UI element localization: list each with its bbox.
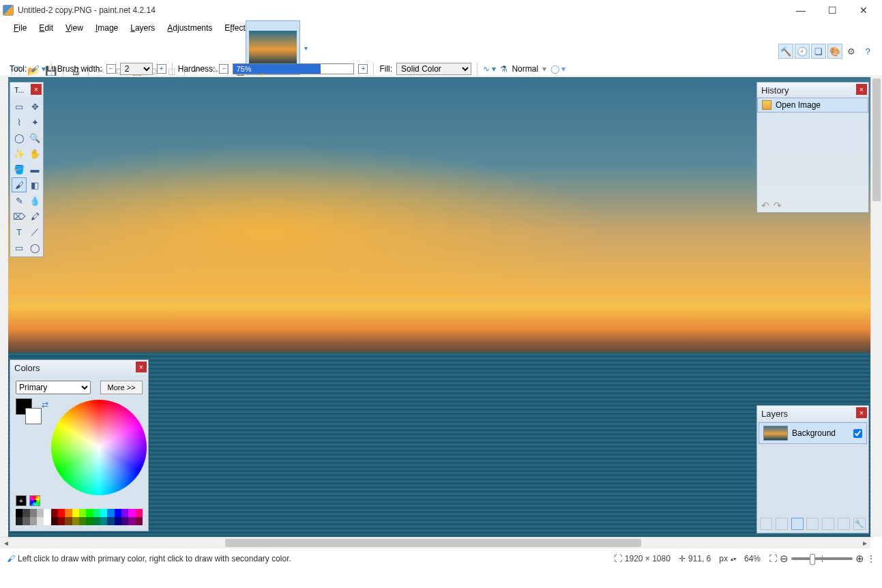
layer-row[interactable]: Background xyxy=(759,422,867,444)
color-palette[interactable] xyxy=(16,509,143,525)
tool-move-selection[interactable]: ✦ xyxy=(27,115,42,130)
merge-down-icon[interactable] xyxy=(806,518,819,530)
palette-swatch[interactable] xyxy=(79,509,86,517)
tool-zoom[interactable]: 🔍 xyxy=(27,130,42,145)
color-wheel[interactable] xyxy=(51,400,147,495)
history-panel-close[interactable]: × xyxy=(856,84,867,95)
colors-window-icon[interactable]: 🎨 xyxy=(827,44,842,59)
hardness-slider[interactable]: 75% xyxy=(233,63,354,74)
palette-swatch[interactable] xyxy=(30,509,37,517)
tool-paintbrush[interactable]: 🖌 xyxy=(12,177,27,192)
tools-window-icon[interactable]: 🔨 xyxy=(778,44,793,59)
tool-magic-wand[interactable]: ✨ xyxy=(12,146,27,161)
palette-swatch[interactable] xyxy=(65,509,72,517)
settings-icon[interactable]: ⚙ xyxy=(844,44,859,59)
palette-swatch[interactable] xyxy=(37,509,44,517)
thumbnail-dropdown-icon[interactable]: ▾ xyxy=(304,44,308,52)
palette-swatch[interactable] xyxy=(23,517,29,525)
palette-swatch[interactable] xyxy=(51,517,58,525)
palette-swatch[interactable] xyxy=(30,517,37,525)
tool-pencil[interactable]: ✎ xyxy=(12,193,27,208)
palette-swatch[interactable] xyxy=(100,509,107,517)
tool-ellipse-shape[interactable]: ◯ xyxy=(27,240,42,255)
palette-swatch[interactable] xyxy=(136,517,143,525)
menu-view[interactable]: View xyxy=(60,22,89,34)
palette-swatch[interactable] xyxy=(72,517,79,525)
scroll-right-icon[interactable]: ▸ xyxy=(859,538,870,548)
blend-icon[interactable]: ⚗ xyxy=(500,64,508,74)
move-down-icon[interactable] xyxy=(838,518,850,530)
palette-swatch[interactable] xyxy=(136,509,143,517)
palette-swatch[interactable] xyxy=(128,509,135,517)
brush-width-decrease[interactable]: − xyxy=(106,64,116,74)
add-layer-icon[interactable] xyxy=(760,518,772,530)
delete-layer-icon[interactable] xyxy=(776,518,788,530)
palette-swatch[interactable] xyxy=(79,517,86,525)
menu-image[interactable]: Image xyxy=(90,22,123,34)
menu-file[interactable]: File xyxy=(8,22,32,34)
palette-swatch[interactable] xyxy=(16,517,23,525)
menu-edit[interactable]: Edit xyxy=(33,22,59,34)
palette-swatch[interactable] xyxy=(65,517,72,525)
brush-width-increase[interactable]: + xyxy=(157,64,166,74)
menu-layers[interactable]: Layers xyxy=(125,22,160,34)
layers-panel-close[interactable]: × xyxy=(856,407,867,418)
antialias-icon[interactable]: ∿ ▾ xyxy=(483,64,496,74)
blend-dropdown-icon[interactable]: ▾ xyxy=(542,64,546,74)
history-window-icon[interactable]: 🕘 xyxy=(795,44,810,59)
layers-window-icon[interactable]: ❏ xyxy=(811,44,826,59)
palette-swatch[interactable] xyxy=(115,517,121,525)
hardness-increase[interactable]: + xyxy=(358,64,368,74)
maximize-button[interactable]: ☐ xyxy=(817,0,848,20)
vertical-scrollbar[interactable] xyxy=(870,77,882,537)
help-icon[interactable]: ? xyxy=(860,44,875,59)
palette-swatch[interactable] xyxy=(58,509,65,517)
selection-mode-icon[interactable]: ◯ ▾ xyxy=(550,64,565,74)
palette-swatch[interactable] xyxy=(23,509,29,517)
zoom-slider[interactable] xyxy=(791,557,853,560)
more-button[interactable]: More >> xyxy=(100,381,143,394)
tool-pan[interactable]: ✋ xyxy=(27,146,42,161)
tool-color-picker[interactable]: 💧 xyxy=(27,193,42,208)
secondary-color-swatch[interactable] xyxy=(25,408,42,424)
tool-recolor[interactable]: 🖍 xyxy=(27,209,42,224)
tool-move-selected[interactable]: ✥ xyxy=(27,99,42,114)
history-undo-icon[interactable]: ↶ xyxy=(761,200,769,211)
unit-selector[interactable]: px▴▾ xyxy=(719,554,736,563)
palette-swatch[interactable] xyxy=(100,517,107,525)
actual-size-icon[interactable]: ⋮ xyxy=(867,554,875,563)
tool-rectangle-select[interactable]: ▭ xyxy=(12,99,27,114)
tool-gradient[interactable]: ▬ xyxy=(27,162,42,177)
palette-swatch[interactable] xyxy=(51,509,58,517)
tool-paint-bucket[interactable]: 🪣 xyxy=(12,162,27,177)
palette-swatch[interactable] xyxy=(58,517,65,525)
scroll-left-icon[interactable]: ◂ xyxy=(0,538,12,548)
blend-mode-select[interactable]: Normal xyxy=(512,64,538,74)
tool-line[interactable]: ／ xyxy=(27,224,42,239)
palette-swatch[interactable] xyxy=(128,517,135,525)
layer-visible-checkbox[interactable] xyxy=(853,429,862,438)
tools-panel-close[interactable]: × xyxy=(31,84,42,95)
tool-clone-stamp[interactable]: ⌦ xyxy=(12,209,27,224)
zoom-level[interactable]: 64% xyxy=(744,554,761,563)
palette-swatch[interactable] xyxy=(86,517,93,525)
palette-swatch[interactable] xyxy=(93,517,100,525)
tool-ellipse-select[interactable]: ◯ xyxy=(12,130,27,145)
fit-window-icon[interactable]: ⛶ xyxy=(769,554,777,563)
zoom-in-icon[interactable]: ⊕ xyxy=(855,553,864,565)
hardness-decrease[interactable]: − xyxy=(219,64,229,74)
palette-swatch[interactable] xyxy=(121,509,128,517)
palette-swatch[interactable] xyxy=(37,517,44,525)
palette-swatch[interactable] xyxy=(16,509,23,517)
horizontal-scrollbar[interactable]: ◂ ▸ xyxy=(0,537,870,548)
layer-properties-icon[interactable]: 🔧 xyxy=(853,518,866,530)
palette-swatch[interactable] xyxy=(93,509,100,517)
palette-swatch[interactable] xyxy=(107,517,114,525)
add-color-icon[interactable]: + xyxy=(16,495,27,506)
palette-swatch[interactable] xyxy=(86,509,93,517)
history-item[interactable]: Open Image xyxy=(757,98,868,113)
menu-adjustments[interactable]: Adjustments xyxy=(162,22,218,34)
fill-select[interactable]: Solid Color xyxy=(396,63,471,75)
palette-options-icon[interactable]: ▾ xyxy=(29,495,40,506)
palette-swatch[interactable] xyxy=(115,509,121,517)
